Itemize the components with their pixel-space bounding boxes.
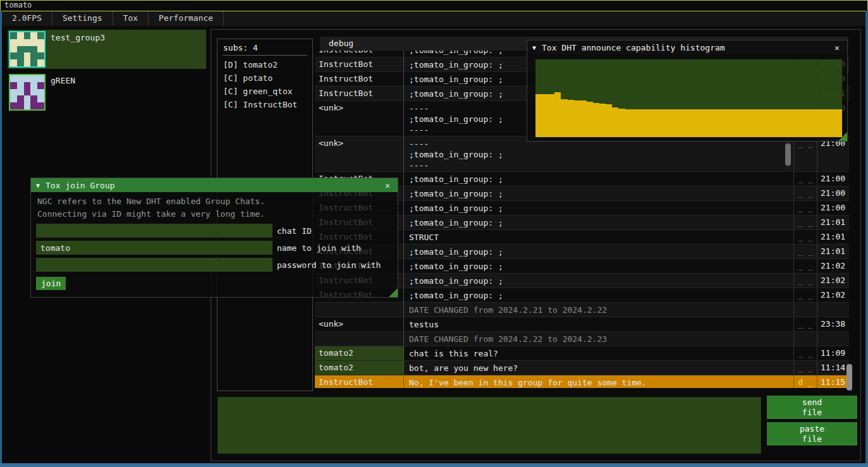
timestamp: 11:14: [817, 361, 849, 375]
window-title: tomato: [4, 1, 32, 9]
histogram-bar: [804, 109, 810, 137]
menu-item-performance[interactable]: Performance: [149, 11, 224, 26]
join-name-input[interactable]: [36, 241, 272, 255]
avatar-pixel: [37, 95, 44, 102]
member-item[interactable]: [C] InstructBot: [217, 98, 312, 111]
resize-grip[interactable]: [389, 288, 398, 297]
join-field-row: name to join with: [36, 241, 398, 255]
receipt-marks: d _: [793, 375, 817, 388]
timestamp: 23:38: [817, 317, 849, 331]
histogram-bar: [785, 109, 791, 137]
menu-bar: 2.0FPS SettingsToxPerformance: [2, 11, 865, 26]
send-file-button[interactable]: send file: [767, 396, 857, 419]
menu-item-settings[interactable]: Settings: [52, 11, 113, 26]
avatar-pixel: [37, 59, 44, 66]
timestamp: 21:02: [817, 288, 849, 302]
avatar-pixel: [10, 46, 17, 53]
contact-gREEN[interactable]: gREEN: [8, 73, 206, 112]
row-scrollbar[interactable]: [785, 138, 791, 169]
timestamp: 21:00: [817, 136, 849, 171]
chat-input[interactable]: [217, 397, 761, 454]
subs-count-label: subs: 4: [217, 39, 312, 55]
sender-name: InstructBot: [315, 72, 403, 86]
field-label: name to join with: [277, 243, 361, 253]
dht-histogram-titlebar[interactable]: ▼ Tox DHT announce capability histogram …: [527, 40, 847, 54]
collapse-icon[interactable]: ▼: [532, 44, 536, 51]
histogram-bar: [689, 109, 695, 137]
message-text: ;tomato_in_group: ;: [403, 274, 793, 288]
system-row[interactable]: DATE CHANGED from 2024.2.22 to 2024.2.23: [315, 332, 849, 346]
histogram-bar: [778, 109, 785, 137]
avatar-pixel: [17, 32, 24, 39]
avatar-pixel: [17, 39, 24, 46]
message-text: ;tomato_in_group: ;: [403, 288, 793, 302]
timestamp: [817, 332, 849, 346]
avatar-pixel: [37, 46, 44, 53]
message-row[interactable]: <unk>testus_ _23:38: [315, 317, 849, 332]
paste-file-button[interactable]: paste file: [767, 422, 857, 446]
message-text: ;tomato_in_group: ;: [403, 259, 793, 273]
sender-name: <unk>: [315, 136, 403, 171]
dht-histogram-title: Tox DHT announce capability histogram: [542, 43, 826, 52]
member-item[interactable]: [C] potato: [217, 71, 312, 85]
avatar-pixel: [17, 75, 24, 82]
histogram-bar: [676, 109, 682, 137]
receipt-marks: _ _: [793, 288, 817, 302]
histogram-bar: [587, 102, 593, 137]
sender-name: InstructBot: [315, 87, 403, 100]
paste-file-label-line2: file: [802, 434, 822, 444]
close-icon[interactable]: ✕: [382, 181, 393, 190]
message-row[interactable]: tomato2bot, are you new here?_ _11:14: [315, 361, 849, 375]
window-titlebar[interactable]: tomato: [0, 0, 868, 11]
contact-test_group3[interactable]: test_group3: [8, 30, 206, 69]
histogram-bar: [663, 109, 669, 137]
close-icon[interactable]: ✕: [832, 43, 842, 52]
histogram-bar: [599, 104, 606, 137]
sender-name: tomato2: [315, 346, 403, 360]
receipt-marks: _ _: [793, 346, 817, 360]
collapse-icon[interactable]: ▼: [36, 182, 40, 189]
system-row[interactable]: DATE CHANGED from 2024.2.21 to 2024.2.22: [315, 303, 849, 317]
histogram-bar: [554, 92, 561, 137]
join-field-row: chat ID: [36, 224, 398, 238]
avatar-pixel: [24, 95, 31, 102]
timestamp: 11:09: [817, 346, 849, 360]
avatar-pixel: [37, 89, 44, 96]
chat-scrollbar[interactable]: [847, 364, 852, 391]
resize-grip[interactable]: [838, 132, 847, 141]
join-password-input[interactable]: [36, 258, 272, 272]
join-group-titlebar[interactable]: ▼ Tox join Group ✕: [31, 178, 398, 192]
histogram-bar: [810, 109, 817, 137]
menu-item-tox[interactable]: Tox: [113, 11, 149, 26]
histogram-bar: [695, 109, 702, 137]
avatar-pixel: [10, 59, 17, 66]
avatar-pixel: [37, 102, 44, 109]
receipt-marks: _ _: [793, 361, 817, 375]
chat-id-input[interactable]: [36, 224, 272, 238]
member-list: [D] tomato2[C] potato[C] green_qtox[C] I…: [217, 58, 312, 111]
avatar-pixel: [10, 82, 17, 89]
histogram-bar: [759, 109, 766, 137]
message-row[interactable]: InstructBotNo, I've been in this group f…: [315, 375, 849, 388]
member-item[interactable]: [D] tomato2: [217, 58, 312, 71]
join-description-line2: Connecting via ID might take a very long…: [31, 208, 398, 221]
avatar-identicon: [9, 74, 46, 111]
histogram-bar: [574, 100, 580, 137]
timestamp: 21:01: [817, 215, 849, 229]
histogram-bar: [817, 109, 823, 137]
row-scrollbar-thumb[interactable]: [785, 143, 791, 166]
member-item[interactable]: [C] green_qtox: [217, 85, 312, 98]
avatar-pixel: [30, 89, 37, 96]
message-text: ;tomato_in_group: ;: [403, 172, 793, 186]
join-button[interactable]: join: [36, 277, 66, 290]
join-group-window: ▼ Tox join Group ✕ NGC refers to the New…: [30, 178, 398, 298]
histogram-bar: [683, 109, 689, 137]
histogram-bar: [753, 109, 759, 137]
avatar-pixel: [10, 52, 17, 59]
message-row[interactable]: <unk>----;tomato_in_group: ;----_ _21:00: [315, 136, 849, 172]
dht-histogram-window: ▼ Tox DHT announce capability histogram …: [527, 40, 848, 142]
avatar-pixel: [37, 82, 44, 89]
message-row[interactable]: tomato2chat is this real?_ _11:09: [315, 346, 849, 361]
avatar-pixel: [30, 52, 37, 59]
histogram-bar: [535, 94, 542, 137]
